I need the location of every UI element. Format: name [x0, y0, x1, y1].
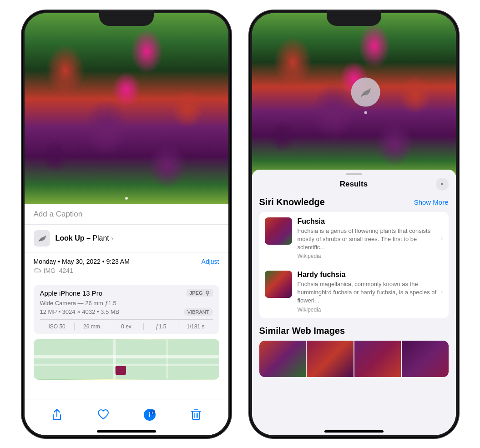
siri-knowledge-title: Siri Knowledge	[259, 197, 325, 207]
caption-placeholder[interactable]: Add a Caption	[34, 210, 83, 218]
meta-section: Monday • May 30, 2022 • 9:23 AM Adjust I…	[25, 252, 228, 280]
siri-badge[interactable]	[351, 77, 380, 106]
device-section: Apple iPhone 13 Pro JPEG Wide Camera — 2…	[34, 285, 219, 334]
hardy-source: Wikipedia	[298, 307, 443, 313]
leaf-siri-icon	[359, 85, 372, 99]
hardy-desc: Fuchsia magellanica, commonly known as t…	[298, 280, 443, 305]
right-photo-area[interactable]	[252, 13, 456, 177]
results-title: Results	[340, 180, 368, 189]
left-screen: Add a Caption Look Up – Plant ›	[25, 13, 228, 435]
knowledge-card: Fuchsia Fuchsia is a genus of flowering …	[259, 212, 449, 318]
svg-text:!: !	[152, 411, 153, 415]
bottom-toolbar: i !	[25, 399, 228, 435]
cloud-icon	[34, 268, 41, 273]
exif-row: ISO 50 26 mm 0 ev ƒ1.5 1/181 s	[40, 319, 213, 330]
svg-rect-7	[115, 366, 126, 374]
similar-web-section: Similar Web Images	[259, 326, 449, 377]
knowledge-item-fuchsia[interactable]: Fuchsia Fuchsia is a genus of flowering …	[259, 212, 449, 266]
exif-shutter: 1/181 s	[178, 323, 212, 330]
jpeg-badge: JPEG	[187, 289, 212, 297]
map-roads	[34, 339, 219, 380]
knowledge-item-hardy[interactable]: Hardy fuchsia Fuchsia magellanica, commo…	[259, 265, 449, 318]
home-indicator-right	[324, 430, 384, 433]
svg-rect-6	[166, 339, 168, 379]
right-screen: Results × Siri Knowledge Show More Fuc	[252, 13, 456, 435]
left-phone: Add a Caption Look Up – Plant ›	[22, 10, 231, 438]
sim-img-1[interactable]	[259, 341, 306, 377]
camera-details: Wide Camera — 26 mm ƒ1.5	[40, 300, 213, 307]
similar-images-grid	[259, 341, 449, 377]
sheet-header: Results ×	[252, 175, 456, 193]
fuchsia-title: Fuchsia	[298, 217, 443, 226]
show-more-button[interactable]: Show More	[414, 198, 449, 206]
svg-point-1	[206, 291, 209, 294]
photo-area[interactable]	[25, 13, 228, 204]
exif-ev: 0 ev	[109, 323, 144, 330]
share-button[interactable]	[47, 405, 67, 425]
page-dot	[125, 197, 128, 200]
share-icon	[51, 409, 62, 421]
svg-rect-4	[34, 363, 219, 366]
sim-img-4[interactable]	[402, 341, 449, 377]
right-phone: Results × Siri Knowledge Show More Fuc	[249, 10, 459, 438]
lookup-icon-wrap	[34, 230, 50, 247]
close-button[interactable]: ×	[436, 178, 449, 191]
exif-focal: 26 mm	[75, 323, 109, 330]
like-button[interactable]	[93, 405, 113, 425]
adjust-button[interactable]: Adjust	[202, 258, 219, 265]
sheet-content: Siri Knowledge Show More Fuchsia Fuchsia…	[252, 193, 456, 432]
svg-rect-2	[34, 339, 219, 379]
hardy-title: Hardy fuchsia	[298, 271, 443, 279]
map-area[interactable]	[34, 339, 219, 380]
delete-button[interactable]	[186, 405, 206, 425]
device-name: Apple iPhone 13 Pro	[40, 289, 103, 297]
hardy-thumbnail	[265, 271, 292, 298]
meta-filename: IMG_4241	[34, 267, 219, 274]
location-icon	[205, 290, 210, 296]
meta-date: Monday • May 30, 2022 • 9:23 AM	[34, 258, 130, 265]
lookup-row[interactable]: Look Up – Plant ›	[25, 225, 228, 252]
fuchsia-thumbnail	[265, 217, 292, 245]
fuchsia-desc: Fuchsia is a genus of flowering plants t…	[298, 227, 443, 252]
heart-icon	[97, 409, 109, 420]
caption-area[interactable]: Add a Caption	[25, 204, 228, 225]
hardy-text: Hardy fuchsia Fuchsia magellanica, commo…	[298, 271, 443, 313]
siri-dot	[364, 111, 367, 114]
info-icon: i !	[143, 408, 156, 421]
home-indicator	[97, 430, 156, 433]
fuchsia-text: Fuchsia Fuchsia is a genus of flowering …	[298, 217, 443, 260]
exif-aperture: ƒ1.5	[144, 323, 178, 330]
svg-rect-3	[34, 355, 219, 358]
sim-img-2[interactable]	[307, 341, 354, 377]
hardy-chevron: ›	[441, 288, 443, 295]
notch	[99, 10, 154, 26]
exif-iso: ISO 50	[40, 323, 75, 330]
leaf-icon	[37, 233, 47, 243]
trash-icon	[191, 409, 201, 421]
notch-right	[327, 10, 381, 26]
similar-title: Similar Web Images	[259, 326, 449, 336]
mp-info: 12 MP • 3024 × 4032 • 3.5 MB	[40, 308, 120, 315]
fuchsia-chevron: ›	[441, 235, 443, 242]
lookup-label: Look Up – Plant ›	[56, 234, 113, 242]
fuchsia-source: Wikipedia	[298, 253, 443, 259]
info-button[interactable]: i !	[140, 405, 160, 425]
vibrant-badge: VIBRANT	[184, 308, 213, 316]
siri-knowledge-header: Siri Knowledge Show More	[259, 197, 449, 207]
results-sheet: Results × Siri Knowledge Show More Fuc	[252, 170, 456, 435]
sim-img-3[interactable]	[354, 341, 401, 377]
